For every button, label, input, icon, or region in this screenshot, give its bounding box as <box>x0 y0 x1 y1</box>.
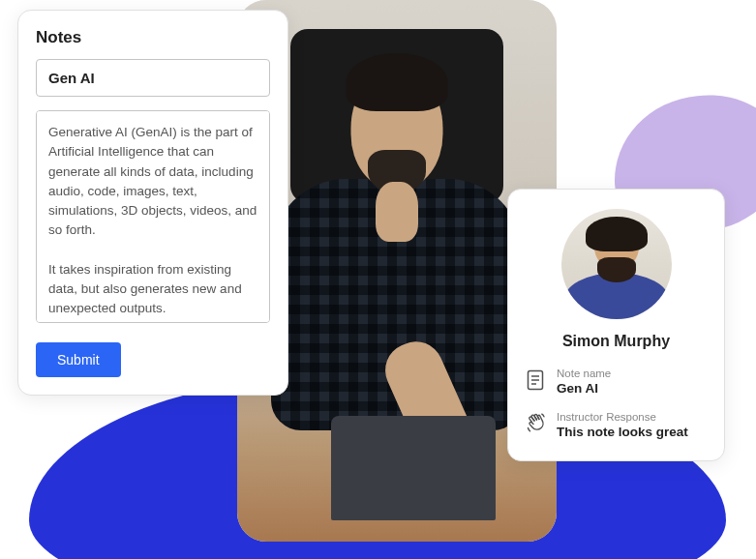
instructor-response-value: This note looks great <box>557 425 707 439</box>
note-body-textarea[interactable] <box>36 110 270 323</box>
note-name-label: Note name <box>557 368 707 379</box>
detail-row-note-name: Note name Gen AI <box>526 368 707 396</box>
instructor-response-label: Instructor Response <box>557 411 707 423</box>
wave-hand-icon <box>526 413 547 434</box>
note-detail-card: Simon Murphy Note name Gen AI <box>507 189 725 461</box>
avatar <box>561 209 672 319</box>
note-name-value: Gen AI <box>557 381 707 396</box>
user-name: Simon Murphy <box>526 333 707 350</box>
detail-row-instructor-response: Instructor Response This note looks grea… <box>526 411 707 439</box>
note-name-input[interactable] <box>36 59 270 97</box>
submit-button[interactable]: Submit <box>36 342 121 377</box>
notes-panel: Notes Submit <box>17 10 288 396</box>
notes-panel-title: Notes <box>36 28 270 47</box>
document-icon <box>526 369 547 391</box>
